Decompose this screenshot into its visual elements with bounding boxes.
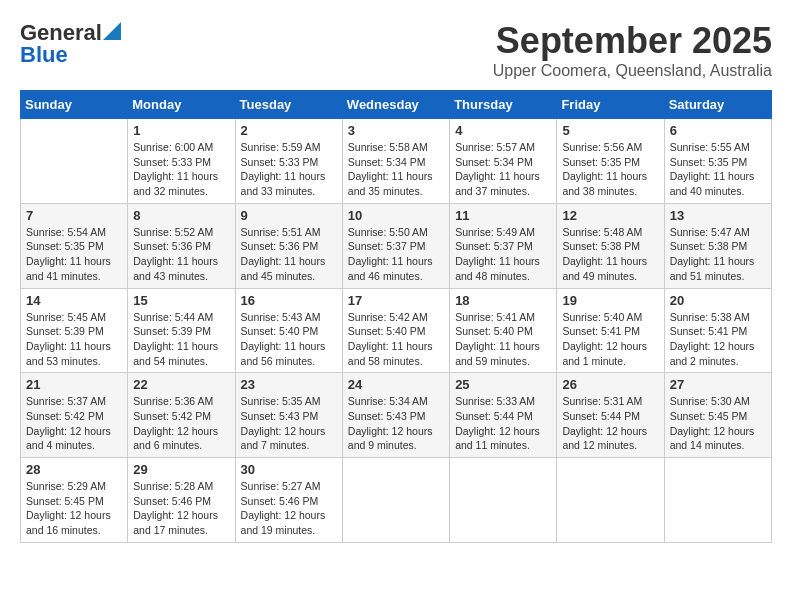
day-number: 20 <box>670 293 766 308</box>
day-info: Sunrise: 5:58 AM Sunset: 5:34 PM Dayligh… <box>348 140 444 199</box>
day-info: Sunrise: 5:34 AM Sunset: 5:43 PM Dayligh… <box>348 394 444 453</box>
day-info: Sunrise: 5:56 AM Sunset: 5:35 PM Dayligh… <box>562 140 658 199</box>
calendar-cell: 27Sunrise: 5:30 AM Sunset: 5:45 PM Dayli… <box>664 373 771 458</box>
logo: General Blue <box>20 20 121 68</box>
day-number: 14 <box>26 293 122 308</box>
day-number: 15 <box>133 293 229 308</box>
calendar-cell: 30Sunrise: 5:27 AM Sunset: 5:46 PM Dayli… <box>235 458 342 543</box>
day-info: Sunrise: 5:44 AM Sunset: 5:39 PM Dayligh… <box>133 310 229 369</box>
day-info: Sunrise: 5:33 AM Sunset: 5:44 PM Dayligh… <box>455 394 551 453</box>
day-number: 17 <box>348 293 444 308</box>
weekday-header-thursday: Thursday <box>450 91 557 119</box>
weekday-header-friday: Friday <box>557 91 664 119</box>
day-info: Sunrise: 5:59 AM Sunset: 5:33 PM Dayligh… <box>241 140 337 199</box>
logo-blue-text: Blue <box>20 42 68 68</box>
weekday-header-sunday: Sunday <box>21 91 128 119</box>
calendar-week-row: 28Sunrise: 5:29 AM Sunset: 5:45 PM Dayli… <box>21 458 772 543</box>
calendar-cell: 28Sunrise: 5:29 AM Sunset: 5:45 PM Dayli… <box>21 458 128 543</box>
day-number: 9 <box>241 208 337 223</box>
day-number: 11 <box>455 208 551 223</box>
day-number: 2 <box>241 123 337 138</box>
day-info: Sunrise: 5:47 AM Sunset: 5:38 PM Dayligh… <box>670 225 766 284</box>
day-number: 8 <box>133 208 229 223</box>
day-number: 13 <box>670 208 766 223</box>
svg-marker-0 <box>103 22 121 40</box>
day-info: Sunrise: 5:43 AM Sunset: 5:40 PM Dayligh… <box>241 310 337 369</box>
day-info: Sunrise: 5:35 AM Sunset: 5:43 PM Dayligh… <box>241 394 337 453</box>
calendar-cell: 13Sunrise: 5:47 AM Sunset: 5:38 PM Dayli… <box>664 203 771 288</box>
day-info: Sunrise: 5:48 AM Sunset: 5:38 PM Dayligh… <box>562 225 658 284</box>
day-info: Sunrise: 5:31 AM Sunset: 5:44 PM Dayligh… <box>562 394 658 453</box>
calendar-cell: 25Sunrise: 5:33 AM Sunset: 5:44 PM Dayli… <box>450 373 557 458</box>
calendar-week-row: 21Sunrise: 5:37 AM Sunset: 5:42 PM Dayli… <box>21 373 772 458</box>
calendar-cell: 1Sunrise: 6:00 AM Sunset: 5:33 PM Daylig… <box>128 119 235 204</box>
calendar-cell: 26Sunrise: 5:31 AM Sunset: 5:44 PM Dayli… <box>557 373 664 458</box>
day-number: 10 <box>348 208 444 223</box>
title-block: September 2025 Upper Coomera, Queensland… <box>493 20 772 80</box>
calendar-cell: 17Sunrise: 5:42 AM Sunset: 5:40 PM Dayli… <box>342 288 449 373</box>
calendar-cell: 6Sunrise: 5:55 AM Sunset: 5:35 PM Daylig… <box>664 119 771 204</box>
day-number: 4 <box>455 123 551 138</box>
calendar-cell <box>342 458 449 543</box>
day-number: 22 <box>133 377 229 392</box>
weekday-header-wednesday: Wednesday <box>342 91 449 119</box>
day-info: Sunrise: 5:37 AM Sunset: 5:42 PM Dayligh… <box>26 394 122 453</box>
location-title: Upper Coomera, Queensland, Australia <box>493 62 772 80</box>
calendar-cell: 7Sunrise: 5:54 AM Sunset: 5:35 PM Daylig… <box>21 203 128 288</box>
day-info: Sunrise: 5:55 AM Sunset: 5:35 PM Dayligh… <box>670 140 766 199</box>
calendar-cell <box>450 458 557 543</box>
day-number: 26 <box>562 377 658 392</box>
calendar-cell: 5Sunrise: 5:56 AM Sunset: 5:35 PM Daylig… <box>557 119 664 204</box>
day-number: 30 <box>241 462 337 477</box>
day-info: Sunrise: 5:52 AM Sunset: 5:36 PM Dayligh… <box>133 225 229 284</box>
calendar-week-row: 1Sunrise: 6:00 AM Sunset: 5:33 PM Daylig… <box>21 119 772 204</box>
day-info: Sunrise: 5:27 AM Sunset: 5:46 PM Dayligh… <box>241 479 337 538</box>
calendar-cell: 9Sunrise: 5:51 AM Sunset: 5:36 PM Daylig… <box>235 203 342 288</box>
month-title: September 2025 <box>493 20 772 62</box>
calendar-cell <box>21 119 128 204</box>
calendar-cell: 16Sunrise: 5:43 AM Sunset: 5:40 PM Dayli… <box>235 288 342 373</box>
calendar-cell: 24Sunrise: 5:34 AM Sunset: 5:43 PM Dayli… <box>342 373 449 458</box>
calendar-cell <box>557 458 664 543</box>
calendar-week-row: 7Sunrise: 5:54 AM Sunset: 5:35 PM Daylig… <box>21 203 772 288</box>
day-info: Sunrise: 5:45 AM Sunset: 5:39 PM Dayligh… <box>26 310 122 369</box>
day-number: 21 <box>26 377 122 392</box>
calendar-cell: 22Sunrise: 5:36 AM Sunset: 5:42 PM Dayli… <box>128 373 235 458</box>
day-info: Sunrise: 6:00 AM Sunset: 5:33 PM Dayligh… <box>133 140 229 199</box>
day-info: Sunrise: 5:42 AM Sunset: 5:40 PM Dayligh… <box>348 310 444 369</box>
day-number: 19 <box>562 293 658 308</box>
day-info: Sunrise: 5:50 AM Sunset: 5:37 PM Dayligh… <box>348 225 444 284</box>
day-info: Sunrise: 5:36 AM Sunset: 5:42 PM Dayligh… <box>133 394 229 453</box>
calendar-cell: 3Sunrise: 5:58 AM Sunset: 5:34 PM Daylig… <box>342 119 449 204</box>
day-number: 25 <box>455 377 551 392</box>
day-info: Sunrise: 5:41 AM Sunset: 5:40 PM Dayligh… <box>455 310 551 369</box>
calendar-cell: 19Sunrise: 5:40 AM Sunset: 5:41 PM Dayli… <box>557 288 664 373</box>
day-number: 28 <box>26 462 122 477</box>
day-number: 5 <box>562 123 658 138</box>
logo-triangle-icon <box>103 22 121 40</box>
day-number: 29 <box>133 462 229 477</box>
day-number: 3 <box>348 123 444 138</box>
day-info: Sunrise: 5:30 AM Sunset: 5:45 PM Dayligh… <box>670 394 766 453</box>
calendar-cell: 10Sunrise: 5:50 AM Sunset: 5:37 PM Dayli… <box>342 203 449 288</box>
day-info: Sunrise: 5:28 AM Sunset: 5:46 PM Dayligh… <box>133 479 229 538</box>
weekday-header-saturday: Saturday <box>664 91 771 119</box>
calendar-cell: 2Sunrise: 5:59 AM Sunset: 5:33 PM Daylig… <box>235 119 342 204</box>
calendar-cell: 12Sunrise: 5:48 AM Sunset: 5:38 PM Dayli… <box>557 203 664 288</box>
calendar-cell: 4Sunrise: 5:57 AM Sunset: 5:34 PM Daylig… <box>450 119 557 204</box>
weekday-header-monday: Monday <box>128 91 235 119</box>
page-header: General Blue September 2025 Upper Coomer… <box>20 20 772 80</box>
day-number: 23 <box>241 377 337 392</box>
day-info: Sunrise: 5:54 AM Sunset: 5:35 PM Dayligh… <box>26 225 122 284</box>
day-info: Sunrise: 5:57 AM Sunset: 5:34 PM Dayligh… <box>455 140 551 199</box>
calendar-cell: 8Sunrise: 5:52 AM Sunset: 5:36 PM Daylig… <box>128 203 235 288</box>
day-number: 1 <box>133 123 229 138</box>
day-info: Sunrise: 5:49 AM Sunset: 5:37 PM Dayligh… <box>455 225 551 284</box>
weekday-header-tuesday: Tuesday <box>235 91 342 119</box>
day-number: 7 <box>26 208 122 223</box>
day-number: 18 <box>455 293 551 308</box>
day-number: 12 <box>562 208 658 223</box>
day-number: 27 <box>670 377 766 392</box>
day-number: 24 <box>348 377 444 392</box>
day-number: 16 <box>241 293 337 308</box>
